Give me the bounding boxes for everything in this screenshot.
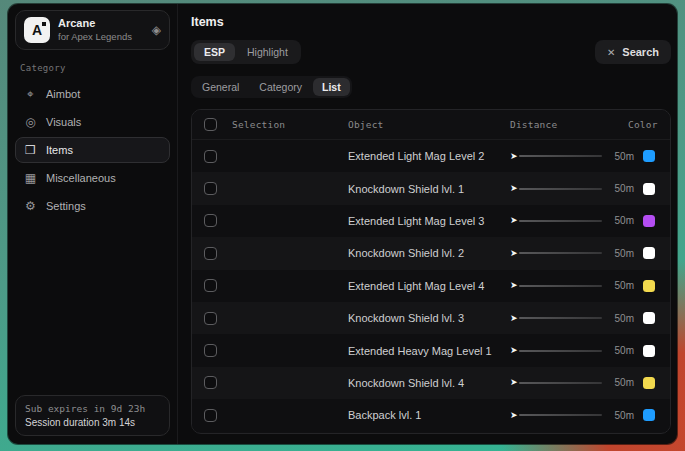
distance-value: 50m (615, 410, 634, 421)
main-panel: Items ESP Highlight ✕ Search General Cat… (178, 4, 677, 444)
distance-value: 50m (615, 280, 634, 291)
object-name: Knockdown Shield lvl. 1 (348, 183, 510, 195)
sidebar-item-items[interactable]: ❒ Items (15, 137, 170, 163)
slider-handle-icon[interactable]: ➤ (510, 314, 518, 323)
search-label: Search (622, 46, 659, 58)
tab-list[interactable]: List (313, 78, 350, 96)
sidebar-item-label: Visuals (46, 116, 81, 128)
page-title: Items (191, 15, 671, 29)
column-header-selection: Selection (232, 119, 348, 130)
row-checkbox[interactable] (204, 409, 217, 422)
sidebar-item-visuals[interactable]: ◎ Visuals (15, 109, 170, 135)
slider-track[interactable] (519, 285, 602, 287)
row-checkbox[interactable] (204, 376, 217, 389)
slider-handle-icon[interactable]: ➤ (510, 411, 518, 420)
gem-icon[interactable]: ◈ (152, 23, 161, 37)
tab-esp[interactable]: ESP (194, 43, 235, 61)
slider-track[interactable] (519, 350, 602, 352)
row-checkbox[interactable] (204, 214, 217, 227)
gear-icon: ⚙ (24, 199, 37, 213)
sidebar: A Arcane for Apex Legends ◈ Category ⌖ A… (8, 4, 178, 444)
object-name: Backpack lvl. 1 (348, 409, 510, 421)
sidebar-item-label: Miscellaneous (46, 172, 116, 184)
distance-slider[interactable]: ➤ 50m (510, 280, 640, 291)
column-header-distance: Distance (510, 119, 640, 130)
slider-handle-icon[interactable]: ➤ (510, 216, 518, 225)
slider-track[interactable] (519, 414, 602, 416)
object-name: Extended Heavy Mag Level 1 (348, 345, 510, 357)
app-window: A Arcane for Apex Legends ◈ Category ⌖ A… (8, 4, 677, 444)
slider-handle-icon[interactable]: ➤ (510, 378, 518, 387)
app-logo: A (24, 17, 50, 43)
color-swatch[interactable] (643, 345, 655, 357)
slider-track[interactable] (519, 252, 602, 254)
sub-expires-text: Sub expires in 9d 23h (25, 403, 160, 414)
object-name: Extended Light Mag Level 3 (348, 215, 510, 227)
table-row: Extended Light Mag Level 2 ➤ 50m (192, 140, 670, 172)
table-row: Extended Light Mag Level 3 ➤ 50m (192, 205, 670, 237)
eye-icon: ◎ (24, 115, 37, 129)
row-checkbox[interactable] (204, 279, 217, 292)
select-all-checkbox[interactable] (204, 118, 217, 131)
sidebar-item-settings[interactable]: ⚙ Settings (15, 193, 170, 219)
color-swatch[interactable] (643, 280, 655, 292)
distance-slider[interactable]: ➤ 50m (510, 151, 640, 162)
row-checkbox[interactable] (204, 344, 217, 357)
tab-highlight[interactable]: Highlight (237, 43, 298, 61)
color-swatch[interactable] (643, 247, 655, 259)
slider-track[interactable] (519, 317, 602, 319)
session-card: Sub expires in 9d 23h Session duration 3… (15, 395, 170, 436)
slider-handle-icon[interactable]: ➤ (510, 152, 518, 161)
tab-category[interactable]: Category (250, 78, 311, 96)
table-row: Knockdown Shield lvl. 4 ➤ 50m (192, 367, 670, 399)
distance-value: 50m (615, 183, 634, 194)
table-row: Extended Light Mag Level 4 ➤ 50m (192, 270, 670, 302)
distance-value: 50m (615, 345, 634, 356)
distance-slider[interactable]: ➤ 50m (510, 410, 640, 421)
distance-slider[interactable]: ➤ 50m (510, 183, 640, 194)
sidebar-item-miscellaneous[interactable]: ▦ Miscellaneous (15, 165, 170, 191)
object-name: Extended Light Mag Level 4 (348, 280, 510, 292)
slider-track[interactable] (519, 188, 602, 190)
column-header-color: Color (628, 119, 658, 130)
slider-handle-icon[interactable]: ➤ (510, 346, 518, 355)
table-header-row: Selection Object Distance Color (192, 110, 670, 140)
row-checkbox[interactable] (204, 312, 217, 325)
color-swatch[interactable] (643, 312, 655, 324)
brand-card: A Arcane for Apex Legends ◈ (15, 10, 170, 50)
slider-handle-icon[interactable]: ➤ (510, 249, 518, 258)
color-swatch[interactable] (643, 409, 655, 421)
search-x-icon: ✕ (607, 47, 615, 58)
distance-slider[interactable]: ➤ 50m (510, 313, 640, 324)
row-checkbox[interactable] (204, 247, 217, 260)
slider-handle-icon[interactable]: ➤ (510, 184, 518, 193)
table-row: Knockdown Shield lvl. 2 ➤ 50m (192, 237, 670, 269)
box-icon: ❒ (24, 143, 37, 157)
category-section-label: Category (20, 63, 165, 73)
tab-general[interactable]: General (193, 78, 248, 96)
view-segmented-control: General Category List (191, 76, 352, 98)
slider-track[interactable] (519, 155, 602, 157)
column-header-object: Object (348, 119, 510, 130)
search-button[interactable]: ✕ Search (595, 40, 671, 64)
distance-value: 50m (615, 248, 634, 259)
slider-track[interactable] (519, 382, 602, 384)
slider-handle-icon[interactable]: ➤ (510, 281, 518, 290)
color-swatch[interactable] (643, 377, 655, 389)
items-table: Selection Object Distance Color Extended… (191, 109, 671, 434)
distance-value: 50m (615, 215, 634, 226)
sidebar-item-label: Items (46, 144, 73, 156)
color-swatch[interactable] (643, 150, 655, 162)
sidebar-item-aimbot[interactable]: ⌖ Aimbot (15, 81, 170, 107)
row-checkbox[interactable] (204, 182, 217, 195)
distance-slider[interactable]: ➤ 50m (510, 248, 640, 259)
distance-slider[interactable]: ➤ 50m (510, 215, 640, 226)
distance-slider[interactable]: ➤ 50m (510, 345, 640, 356)
sidebar-item-label: Aimbot (46, 88, 80, 100)
slider-track[interactable] (519, 220, 602, 222)
color-swatch[interactable] (643, 183, 655, 195)
distance-slider[interactable]: ➤ 50m (510, 377, 640, 388)
row-checkbox[interactable] (204, 150, 217, 163)
color-swatch[interactable] (643, 215, 655, 227)
object-name: Knockdown Shield lvl. 4 (348, 377, 510, 389)
